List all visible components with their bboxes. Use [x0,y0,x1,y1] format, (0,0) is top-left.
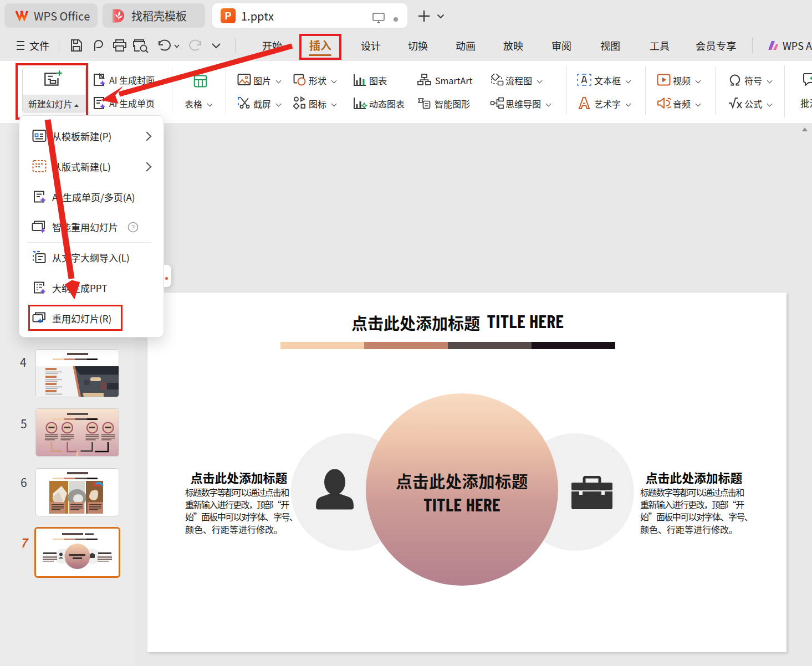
svg-text:?: ? [131,224,135,230]
svg-text:P: P [224,11,231,22]
